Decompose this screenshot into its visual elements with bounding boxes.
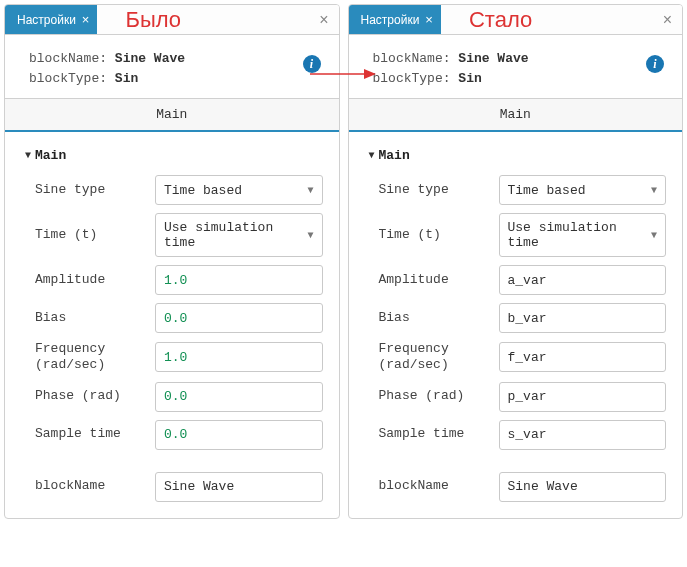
blocktype-value: Sin (115, 71, 138, 86)
panel-before: Настройки × Было × blockName: Sine Wave … (4, 4, 340, 519)
panel-after: Настройки × Стало × blockName: Sine Wave… (348, 4, 684, 519)
label-frequency: Frequency (rad/sec) (35, 341, 155, 374)
input-sample-time[interactable]: s_var (499, 420, 667, 450)
select-sine-type[interactable]: Time based ▼ (155, 175, 323, 205)
tab-close-icon[interactable]: × (425, 13, 433, 26)
block-info: blockName: Sine Wave blockType: Sin i (349, 35, 683, 98)
select-value: Use simulation time (164, 220, 301, 250)
tab-bar: Настройки × Было × (5, 5, 339, 35)
blockname-label: blockName: (373, 51, 451, 66)
chevron-down-icon: ▼ (307, 185, 313, 196)
label-amplitude: Amplitude (379, 272, 499, 288)
tab-label: Настройки (361, 13, 420, 27)
select-sine-type[interactable]: Time based ▼ (499, 175, 667, 205)
tab-settings[interactable]: Настройки × (349, 5, 441, 34)
tab-label: Настройки (17, 13, 76, 27)
input-phase[interactable]: p_var (499, 382, 667, 412)
select-time[interactable]: Use simulation time ▼ (499, 213, 667, 257)
chevron-down-icon: ▼ (307, 230, 313, 241)
label-sample-time: Sample time (379, 426, 499, 442)
input-amplitude[interactable]: 1.0 (155, 265, 323, 295)
input-blockname[interactable]: Sine Wave (499, 472, 667, 502)
input-sample-time[interactable]: 0.0 (155, 420, 323, 450)
tab-settings[interactable]: Настройки × (5, 5, 97, 34)
block-info: blockName: Sine Wave blockType: Sin i (5, 35, 339, 98)
label-blockname: blockName (35, 478, 155, 494)
panel-title: Стало (441, 7, 653, 33)
label-phase: Phase (rad) (379, 388, 499, 404)
form-area: ▼ Main Sine type Time based ▼ Time (t) U… (349, 132, 683, 518)
label-phase: Phase (rad) (35, 388, 155, 404)
label-frequency: Frequency (rad/sec) (379, 341, 499, 374)
panel-close-icon[interactable]: × (653, 11, 682, 29)
section-tab-main[interactable]: Main (349, 98, 683, 132)
blockname-value: Sine Wave (115, 51, 185, 66)
blockname-label: blockName: (29, 51, 107, 66)
input-amplitude[interactable]: a_var (499, 265, 667, 295)
panel-title: Было (97, 7, 309, 33)
label-bias: Bias (379, 310, 499, 326)
select-value: Use simulation time (508, 220, 645, 250)
tab-bar: Настройки × Стало × (349, 5, 683, 35)
label-sine-type: Sine type (35, 182, 155, 198)
blocktype-label: blockType: (373, 71, 451, 86)
input-bias[interactable]: 0.0 (155, 303, 323, 333)
group-label: Main (379, 148, 410, 163)
label-bias: Bias (35, 310, 155, 326)
disclosure-triangle-icon: ▼ (369, 150, 375, 161)
input-blockname[interactable]: Sine Wave (155, 472, 323, 502)
form-area: ▼ Main Sine type Time based ▼ Time (t) U… (5, 132, 339, 518)
label-sample-time: Sample time (35, 426, 155, 442)
select-value: Time based (508, 183, 586, 198)
select-value: Time based (164, 183, 242, 198)
input-bias[interactable]: b_var (499, 303, 667, 333)
blocktype-value: Sin (458, 71, 481, 86)
tab-close-icon[interactable]: × (82, 13, 90, 26)
section-tab-main[interactable]: Main (5, 98, 339, 132)
group-label: Main (35, 148, 66, 163)
label-time: Time (t) (35, 227, 155, 243)
disclosure-triangle-icon: ▼ (25, 150, 31, 161)
label-blockname: blockName (379, 478, 499, 494)
group-header-main[interactable]: ▼ Main (369, 148, 667, 163)
label-time: Time (t) (379, 227, 499, 243)
info-icon[interactable]: i (303, 55, 321, 73)
blockname-value: Sine Wave (458, 51, 528, 66)
input-phase[interactable]: 0.0 (155, 382, 323, 412)
group-header-main[interactable]: ▼ Main (25, 148, 323, 163)
info-icon[interactable]: i (646, 55, 664, 73)
label-sine-type: Sine type (379, 182, 499, 198)
chevron-down-icon: ▼ (651, 230, 657, 241)
input-frequency[interactable]: f_var (499, 342, 667, 372)
input-frequency[interactable]: 1.0 (155, 342, 323, 372)
chevron-down-icon: ▼ (651, 185, 657, 196)
comparison-container: Настройки × Было × blockName: Sine Wave … (0, 0, 687, 523)
select-time[interactable]: Use simulation time ▼ (155, 213, 323, 257)
panel-close-icon[interactable]: × (309, 11, 338, 29)
label-amplitude: Amplitude (35, 272, 155, 288)
blocktype-label: blockType: (29, 71, 107, 86)
